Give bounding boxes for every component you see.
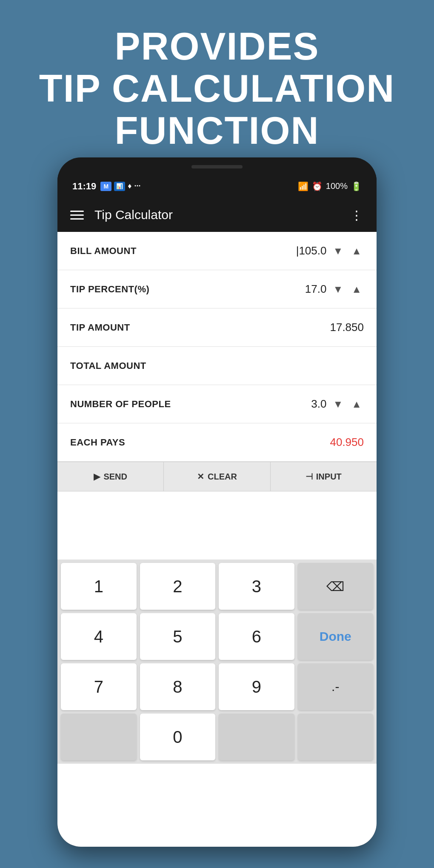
bill-amount-up[interactable]	[349, 243, 364, 259]
key-9[interactable]: 9	[219, 663, 294, 710]
each-pays-label: EACH PAYS	[70, 437, 125, 448]
total-amount-row: TOTAL AMOUNT	[57, 347, 377, 385]
spacer	[57, 491, 377, 560]
status-right: 📶 ⏰ 100% 🔋	[298, 181, 362, 191]
number-of-people-value: 3.0	[292, 397, 326, 411]
key-empty-left	[61, 714, 137, 760]
send-label: SEND	[103, 472, 127, 482]
hamburger-menu[interactable]	[70, 211, 84, 220]
hamburger-line-3	[70, 218, 84, 220]
battery-text: 100%	[326, 181, 348, 191]
bill-amount-controls: |105.0	[292, 243, 364, 259]
tip-percent-row: TIP PERCENT(%) 17.0	[57, 270, 377, 308]
key-6[interactable]: 6	[219, 613, 294, 660]
notification-icons: M 📊 ♦ ···	[100, 182, 140, 191]
wifi-icon: 📶	[298, 181, 308, 191]
bluetooth-icon: ♦	[128, 182, 131, 191]
total-amount-label: TOTAL AMOUNT	[70, 360, 146, 371]
numpad-row-4: 0	[61, 714, 373, 760]
key-5[interactable]: 5	[140, 613, 216, 660]
time-display: 11:19	[72, 181, 96, 192]
numpad-row-3: 7 8 9 .-	[61, 663, 373, 710]
tip-percent-up[interactable]	[349, 281, 364, 297]
app-bar: Tip Calculator ⋮	[57, 198, 377, 232]
people-up[interactable]	[349, 396, 364, 412]
content-area: DEMO DEMO BILL AMOUNT |105.0 TIP	[57, 232, 377, 847]
tip-percent-label: TIP PERCENT(%)	[70, 284, 149, 295]
hamburger-line-2	[70, 214, 84, 216]
key-done[interactable]: Done	[298, 613, 374, 660]
number-of-people-label: NUMBER OF PEOPLE	[70, 399, 171, 410]
number-of-people-row: NUMBER OF PEOPLE 3.0	[57, 385, 377, 423]
status-bar: 11:19 M 📊 ♦ ··· 📶 ⏰ 100% 🔋	[57, 174, 377, 198]
bill-amount-down[interactable]	[331, 243, 345, 259]
alarm-icon: ⏰	[312, 181, 323, 191]
key-7[interactable]: 7	[61, 663, 137, 710]
clear-button[interactable]: ✕ CLEAR	[164, 462, 270, 491]
send-button[interactable]: ▶ SEND	[57, 462, 164, 491]
hero-title: PROVIDES TIP CALCULATION FUNCTION	[26, 26, 408, 152]
input-button[interactable]: ⊣ INPUT	[271, 462, 377, 491]
tip-percent-controls: 17.0	[292, 281, 364, 297]
tip-percent-down[interactable]	[331, 281, 345, 297]
tip-percent-value: 17.0	[292, 283, 326, 296]
key-0[interactable]: 0	[140, 714, 216, 760]
bill-amount-label: BILL AMOUNT	[70, 246, 137, 257]
gmail-icon: M	[100, 182, 111, 191]
key-decimal[interactable]: .-	[298, 663, 374, 710]
each-pays-value: 40.950	[330, 436, 364, 449]
bill-amount-row: BILL AMOUNT |105.0	[57, 232, 377, 270]
numpad: 1 2 3 ⌫ 4 5 6 Done 7 8 9 .-	[57, 560, 377, 764]
key-1[interactable]: 1	[61, 563, 137, 610]
hamburger-line-1	[70, 211, 84, 212]
key-2[interactable]: 2	[140, 563, 216, 610]
key-empty-right	[219, 714, 294, 760]
app-icon: 📊	[114, 182, 125, 191]
key-empty-far	[298, 714, 374, 760]
each-pays-value-area: 40.950	[330, 436, 364, 449]
clear-icon: ✕	[197, 471, 204, 482]
battery-icon: 🔋	[351, 181, 362, 191]
phone-speaker	[191, 165, 243, 168]
app-title: Tip Calculator	[94, 208, 340, 222]
phone-frame: 11:19 M 📊 ♦ ··· 📶 ⏰ 100% 🔋 Tip Calculato…	[57, 157, 377, 847]
number-of-people-controls: 3.0	[292, 396, 364, 412]
numpad-row-1: 1 2 3 ⌫	[61, 563, 373, 610]
key-backspace[interactable]: ⌫	[298, 563, 374, 610]
more-menu-button[interactable]: ⋮	[350, 208, 364, 223]
clear-label: CLEAR	[208, 472, 237, 482]
action-bar: ▶ SEND ✕ CLEAR ⊣ INPUT	[57, 462, 377, 491]
key-3[interactable]: 3	[219, 563, 294, 610]
content-wrapper: BILL AMOUNT |105.0 TIP PERCENT(%) 17.0	[57, 232, 377, 764]
key-4[interactable]: 4	[61, 613, 137, 660]
tip-amount-label: TIP AMOUNT	[70, 322, 130, 333]
send-icon: ▶	[94, 471, 100, 482]
tip-amount-value: 17.850	[330, 321, 364, 334]
hero-section: PROVIDES TIP CALCULATION FUNCTION	[0, 0, 434, 169]
key-8[interactable]: 8	[140, 663, 216, 710]
calculator-fields: BILL AMOUNT |105.0 TIP PERCENT(%) 17.0	[57, 232, 377, 462]
status-left: 11:19 M 📊 ♦ ···	[72, 181, 140, 192]
input-label: INPUT	[316, 472, 342, 482]
input-icon: ⊣	[306, 471, 313, 482]
bill-amount-value: |105.0	[292, 244, 326, 257]
tip-amount-value-area: 17.850	[330, 321, 364, 334]
people-down[interactable]	[331, 396, 345, 412]
tip-amount-row: TIP AMOUNT 17.850	[57, 308, 377, 347]
more-status-icon: ···	[134, 182, 140, 191]
numpad-row-2: 4 5 6 Done	[61, 613, 373, 660]
each-pays-row: EACH PAYS 40.950	[57, 423, 377, 462]
